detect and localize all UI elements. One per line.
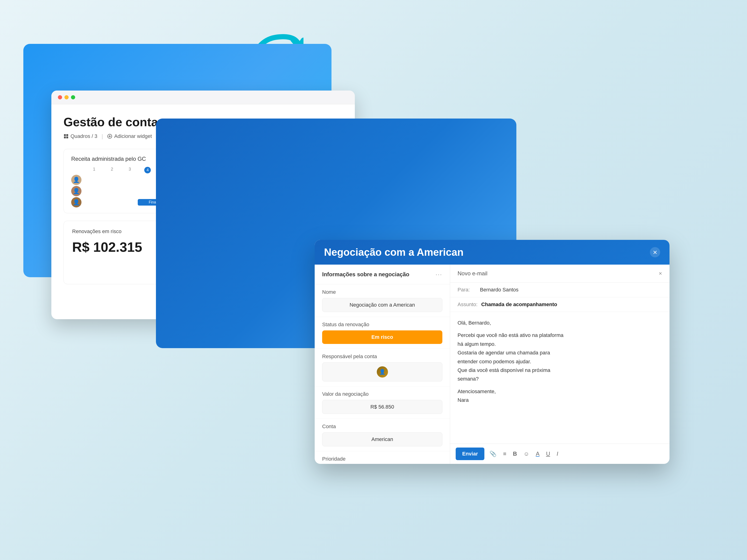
field-value-account[interactable]: American <box>322 432 442 446</box>
gantt-col-2: 2 <box>103 167 121 174</box>
page-title: Gestão de contas <box>63 115 164 129</box>
dashboard-titlebar <box>51 90 355 104</box>
breadcrumb-add-widget[interactable]: Adicionar widget <box>107 133 152 139</box>
negotiation-window: Negociação com a American × Informações … <box>315 240 670 464</box>
field-label-renewal: Status da renovação <box>322 322 442 328</box>
info-field-priority: Prioridade <box>315 451 450 464</box>
gantt-avatar-3: 👤 <box>71 197 81 208</box>
svg-rect-3 <box>66 136 68 138</box>
field-label-deal-value: Valor da negociação <box>322 391 442 397</box>
info-panel: Informações sobre a negociação ··· Nome … <box>315 265 450 464</box>
info-field-account: Conta American <box>315 419 450 451</box>
window-dot-green[interactable] <box>71 95 75 99</box>
field-label-name: Nome <box>322 289 442 295</box>
info-field-name: Nome Negociação com a American <box>315 285 450 317</box>
italic-icon[interactable]: I <box>555 449 560 458</box>
field-value-deal-value[interactable]: R$ 56.850 <box>322 400 442 414</box>
modal-close-button[interactable]: × <box>650 247 660 257</box>
breadcrumb-boards[interactable]: Quadros / 3 <box>63 133 97 139</box>
email-body-closing: Atenciosamente,Nara <box>458 387 662 405</box>
info-field-renewal: Status da renovação Em risco <box>315 317 450 349</box>
window-dot-yellow[interactable] <box>65 95 69 99</box>
field-label-manager: Responsável pela conta <box>322 353 442 359</box>
add-widget-icon <box>107 134 112 139</box>
emoji-icon[interactable]: ☺ <box>522 449 531 458</box>
negotiation-window-wrapper: Negociação com a American × Informações … <box>156 118 516 348</box>
field-value-name[interactable]: Negociação com a American <box>322 298 442 312</box>
field-label-account: Conta <box>322 424 442 430</box>
email-subject-value[interactable]: Chamada de acompanhamento <box>481 301 557 308</box>
bold-icon[interactable]: B <box>512 449 518 458</box>
font-color-icon[interactable]: A <box>534 449 541 458</box>
modal-body: Informações sobre a negociação ··· Nome … <box>315 265 670 464</box>
field-label-priority: Prioridade <box>322 456 442 462</box>
svg-rect-0 <box>64 134 66 136</box>
email-close-button[interactable]: × <box>659 270 662 277</box>
list-icon[interactable]: ≡ <box>501 449 508 458</box>
modal-titlebar: Negociação com a American × <box>315 240 670 265</box>
email-to-label: Para: <box>458 287 476 293</box>
gantt-col-3: 3 <box>121 167 139 174</box>
info-more-button[interactable]: ··· <box>436 271 442 278</box>
status-badge-renewal[interactable]: Em risco <box>322 330 442 344</box>
svg-rect-2 <box>64 136 66 138</box>
gantt-col-4: 4 <box>139 167 156 174</box>
email-to-value[interactable]: Bernardo Santos <box>480 287 518 293</box>
attachment-icon[interactable]: 📎 <box>488 449 498 458</box>
info-panel-title: Informações sobre a negociação <box>322 271 409 278</box>
breadcrumb-separator: | <box>102 133 103 139</box>
email-header-title: Novo e-mail <box>458 270 487 277</box>
info-panel-header: Informações sobre a negociação ··· <box>315 265 450 285</box>
account-manager-avatar: 👤 <box>377 366 388 377</box>
boards-icon <box>63 134 69 139</box>
email-toolbar: Enviar 📎 ≡ B ☺ A U I <box>450 444 670 464</box>
email-body-para1: Percebi que você não está ativo na plata… <box>458 331 662 383</box>
email-body[interactable]: Olá, Bernardo, Percebi que você não está… <box>450 312 670 444</box>
email-body-greeting: Olá, Bernardo, <box>458 319 662 327</box>
window-dot-red[interactable] <box>58 95 62 99</box>
email-subject-label: Assunto: <box>458 301 478 308</box>
svg-rect-1 <box>66 134 68 136</box>
gantt-col-1: 1 <box>85 167 103 174</box>
info-field-deal-value: Valor da negociação R$ 56.850 <box>315 386 450 419</box>
modal-title: Negociação com a American <box>324 246 464 258</box>
info-field-manager: Responsável pela conta 👤 <box>315 349 450 386</box>
gantt-avatar-1: 👤 <box>71 175 81 185</box>
email-panel: Novo e-mail × Para: Bernardo Santos Assu… <box>450 265 670 464</box>
send-button[interactable]: Enviar <box>456 448 484 460</box>
email-to-field: Para: Bernardo Santos <box>450 283 670 297</box>
email-header: Novo e-mail × <box>450 265 670 283</box>
underline-icon[interactable]: U <box>545 449 551 458</box>
gantt-avatar-2: 👤 <box>71 186 81 196</box>
field-value-manager[interactable]: 👤 <box>322 363 442 381</box>
email-subject-field: Assunto: Chamada de acompanhamento <box>450 297 670 312</box>
